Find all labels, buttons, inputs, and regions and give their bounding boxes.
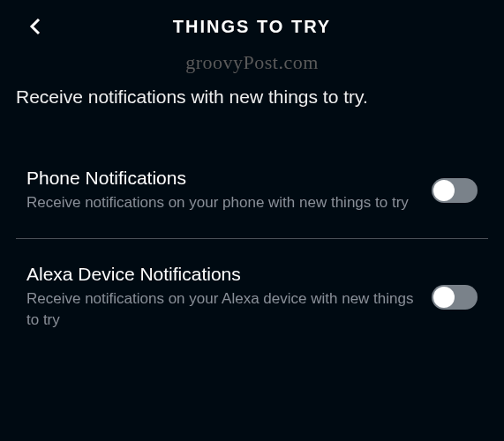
setting-subtitle: Receive notifications on your phone with… bbox=[26, 192, 414, 213]
alexa-notifications-toggle[interactable] bbox=[432, 285, 478, 310]
setting-subtitle: Receive notifications on your Alexa devi… bbox=[26, 288, 414, 331]
setting-text-block: Phone Notifications Receive notification… bbox=[26, 168, 432, 213]
setting-text-block: Alexa Device Notifications Receive notif… bbox=[26, 264, 432, 331]
watermark-text: groovyPost.com bbox=[0, 51, 504, 74]
chevron-left-icon bbox=[25, 16, 46, 37]
page-title: THINGS TO TRY bbox=[173, 17, 331, 37]
page-description: Receive notifications with new things to… bbox=[0, 86, 504, 108]
setting-alexa-notifications: Alexa Device Notifications Receive notif… bbox=[0, 248, 504, 347]
header: THINGS TO TRY bbox=[0, 0, 504, 53]
toggle-knob bbox=[433, 180, 455, 201]
divider bbox=[16, 238, 488, 239]
setting-title: Alexa Device Notifications bbox=[26, 264, 414, 285]
setting-title: Phone Notifications bbox=[26, 168, 414, 189]
back-button[interactable] bbox=[25, 16, 46, 37]
toggle-knob bbox=[433, 287, 455, 308]
phone-notifications-toggle[interactable] bbox=[432, 178, 478, 203]
setting-phone-notifications: Phone Notifications Receive notification… bbox=[0, 152, 504, 229]
